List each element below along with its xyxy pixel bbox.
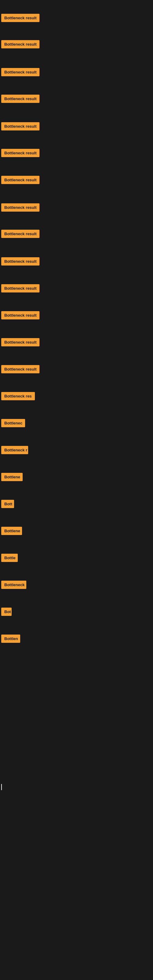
bottleneck-row: Bottleneck result: [0, 230, 153, 239]
bottleneck-row: Bottleneck result: [0, 257, 153, 267]
bottleneck-badge[interactable]: Bottleneck r: [1, 446, 28, 454]
bottleneck-badge[interactable]: Bottleneck result: [1, 14, 40, 22]
bottleneck-row: Bottleneck result: [0, 311, 153, 321]
bottleneck-row: Bottleneck result: [0, 68, 153, 78]
bottleneck-badge[interactable]: Bottleneck result: [1, 122, 40, 130]
bottleneck-row: Bottlene: [0, 473, 153, 482]
bottleneck-row: Bottleneck result: [0, 284, 153, 294]
bottleneck-badge[interactable]: Bottleneck result: [1, 284, 40, 293]
bottleneck-badge[interactable]: Bottleneck result: [1, 365, 40, 373]
bottleneck-badge[interactable]: Bottleneck result: [1, 311, 40, 320]
cursor-indicator: [1, 784, 2, 790]
bottleneck-row: Bottleneck r: [0, 446, 153, 455]
bottleneck-row: Bott: [0, 500, 153, 509]
bottleneck-badge[interactable]: Bottleneck result: [1, 149, 40, 157]
bottleneck-badge[interactable]: Bottleneck res: [1, 392, 35, 400]
bottleneck-badge[interactable]: Bottlene: [1, 473, 22, 481]
bottleneck-badge[interactable]: Bottleneck result: [1, 230, 40, 238]
bottleneck-row: Bottleneck result: [0, 95, 153, 104]
bottleneck-row: Bottleneck result: [0, 122, 153, 132]
site-title: [0, 0, 153, 5]
bottleneck-row: Bottleneck result: [0, 149, 153, 158]
bottleneck-row: Bottleneck res: [0, 392, 153, 401]
bottleneck-row: Bot: [0, 608, 153, 617]
bottleneck-badge[interactable]: Bottlene: [1, 527, 22, 535]
bottleneck-row: Bottleneck result: [0, 14, 153, 23]
bottleneck-badge[interactable]: Bot: [1, 608, 12, 616]
bottleneck-row: Bottleneck result: [0, 40, 153, 49]
bottleneck-row: Bottle: [0, 554, 153, 563]
bottleneck-row: Bottleneck result: [0, 338, 153, 348]
bottleneck-badge[interactable]: Bottlenec: [1, 419, 25, 427]
bottleneck-badge[interactable]: Bottleneck result: [1, 40, 40, 48]
bottleneck-badge[interactable]: Bott: [1, 500, 14, 508]
bottleneck-badge[interactable]: Bottlen: [1, 635, 20, 643]
bottleneck-badge[interactable]: Bottleneck result: [1, 176, 40, 184]
bottleneck-badge[interactable]: Bottleneck result: [1, 68, 40, 76]
bottleneck-row: Bottleneck result: [0, 204, 153, 213]
bottleneck-row: Bottleneck result: [0, 365, 153, 375]
bottleneck-row: Bottlenec: [0, 419, 153, 428]
bottleneck-badge[interactable]: Bottleneck result: [1, 257, 40, 266]
bottleneck-badge[interactable]: Bottleneck: [1, 581, 26, 589]
bottleneck-badge[interactable]: Bottle: [1, 554, 18, 562]
bottleneck-row: Bottleneck: [0, 581, 153, 590]
bottleneck-row: Bottlene: [0, 527, 153, 536]
bottleneck-row: Bottlen: [0, 635, 153, 644]
bottleneck-row: Bottleneck result: [0, 176, 153, 185]
page-wrapper: Bottleneck resultBottleneck resultBottle…: [0, 0, 153, 980]
bottleneck-badge[interactable]: Bottleneck result: [1, 95, 40, 103]
bottleneck-badge[interactable]: Bottleneck result: [1, 338, 40, 346]
items-container: Bottleneck resultBottleneck resultBottle…: [0, 5, 153, 679]
bottleneck-badge[interactable]: Bottleneck result: [1, 204, 40, 212]
